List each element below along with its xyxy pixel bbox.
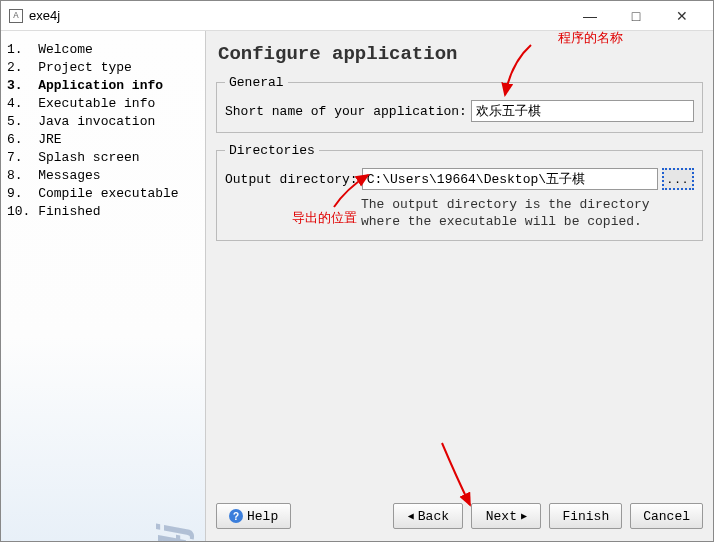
cancel-button[interactable]: Cancel (630, 503, 703, 529)
directories-legend: Directories (225, 143, 319, 158)
directories-group: Directories Output directory: ... The ou… (216, 143, 703, 241)
outdir-label: Output directory: (225, 172, 358, 187)
step-application-info[interactable]: 3. Application info (7, 77, 199, 95)
button-bar: ? Help ◀Back Next▶ Finish Cancel (216, 497, 703, 533)
window-title: exe4j (29, 8, 567, 23)
maximize-button[interactable]: □ (613, 1, 659, 31)
help-icon: ? (229, 509, 243, 523)
next-button[interactable]: Next▶ (471, 503, 541, 529)
next-icon: ▶ (521, 510, 527, 522)
close-button[interactable]: ✕ (659, 1, 705, 31)
step-list: 1. Welcome 2. Project type 3. Applicatio… (7, 41, 199, 221)
step-compile-executable[interactable]: 9. Compile executable (7, 185, 199, 203)
step-project-type[interactable]: 2. Project type (7, 59, 199, 77)
step-jre[interactable]: 6. JRE (7, 131, 199, 149)
finish-button[interactable]: Finish (549, 503, 622, 529)
back-icon: ◀ (408, 510, 414, 522)
step-welcome[interactable]: 1. Welcome (7, 41, 199, 59)
page-title: Configure application (218, 43, 703, 65)
step-messages[interactable]: 8. Messages (7, 167, 199, 185)
general-group: General Short name of your application: (216, 75, 703, 133)
outdir-input[interactable] (362, 168, 658, 190)
app-icon: A (9, 9, 23, 23)
titlebar: A exe4j — □ ✕ (1, 1, 713, 31)
main-panel: Configure application General Short name… (206, 31, 713, 541)
outdir-hint: The output directory is the directory wh… (361, 196, 694, 230)
step-java-invocation[interactable]: 5. Java invocation (7, 113, 199, 131)
browse-button[interactable]: ... (662, 168, 694, 190)
general-legend: General (225, 75, 288, 90)
short-name-label: Short name of your application: (225, 104, 467, 119)
short-name-input[interactable] (471, 100, 694, 122)
step-finished[interactable]: 10. Finished (7, 203, 199, 221)
help-button[interactable]: ? Help (216, 503, 291, 529)
back-button[interactable]: ◀Back (393, 503, 463, 529)
minimize-button[interactable]: — (567, 1, 613, 31)
step-executable-info[interactable]: 4. Executable info (7, 95, 199, 113)
sidebar: 1. Welcome 2. Project type 3. Applicatio… (1, 31, 206, 541)
step-splash-screen[interactable]: 7. Splash screen (7, 149, 199, 167)
watermark: exe4j (150, 525, 195, 542)
